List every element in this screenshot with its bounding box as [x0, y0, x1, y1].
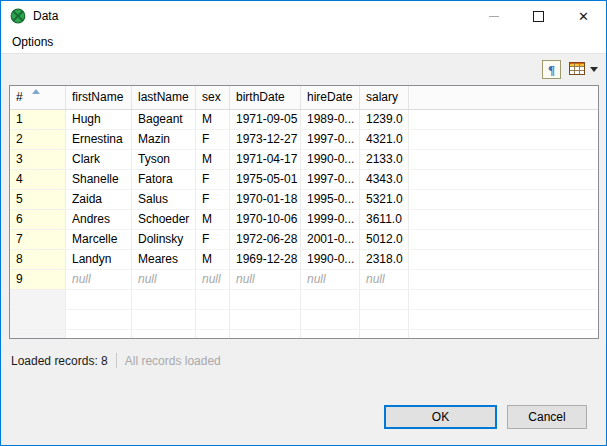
row-id-cell: 8: [10, 250, 66, 269]
table-row[interactable]: 3 Clark Tyson M 1971-04-17 1990-0... 213…: [10, 150, 598, 170]
table-cell: M: [196, 210, 230, 229]
column-header-birthdate[interactable]: birthDate: [230, 86, 301, 109]
table-grid-icon: [569, 62, 585, 78]
data-table: # firstName lastName sex birthDate hireD…: [9, 85, 599, 339]
column-header-lastname[interactable]: lastName: [132, 86, 196, 109]
table-cell: F: [196, 170, 230, 189]
table-cell: Zaida: [66, 190, 132, 209]
table-cell-filler: [409, 170, 598, 189]
column-header-hiredate[interactable]: hireDate: [301, 86, 360, 109]
empty-row: [10, 310, 598, 330]
table-cell-filler: [409, 270, 598, 289]
close-icon: ✕: [578, 10, 589, 23]
column-header-salary[interactable]: salary: [360, 86, 409, 109]
table-row-null[interactable]: 9 null null null null null null: [10, 270, 598, 290]
pilcrow-icon: ¶: [548, 62, 555, 77]
table-cell: 1990-0...: [301, 150, 360, 169]
row-format-button[interactable]: ¶: [542, 60, 561, 79]
table-cell: 1973-12-27: [230, 130, 301, 149]
empty-row: [10, 290, 598, 310]
table-cell: F: [196, 230, 230, 249]
minimize-icon: [489, 16, 499, 17]
column-header-rownum[interactable]: #: [10, 86, 66, 109]
table-cell: 1975-05-01: [230, 170, 301, 189]
table-cell: 1972-06-28: [230, 230, 301, 249]
table-row[interactable]: 2 Ernestina Mazin F 1973-12-27 1997-0...…: [10, 130, 598, 150]
maximize-icon: [533, 11, 544, 22]
table-cell: 1999-0...: [301, 210, 360, 229]
table-cell: Bageant: [132, 110, 196, 129]
column-header-firstname[interactable]: firstName: [66, 86, 132, 109]
table-cell: M: [196, 110, 230, 129]
window-title: Data: [33, 9, 58, 23]
table-cell: Dolinsky: [132, 230, 196, 249]
table-cell: 4343.0: [360, 170, 409, 189]
table-cell: 1971-09-05: [230, 110, 301, 129]
table-cell: 3611.0: [360, 210, 409, 229]
empty-row: [10, 330, 598, 339]
table-cell: 2001-0...: [301, 230, 360, 249]
table-row[interactable]: 6 Andres Schoeder M 1970-10-06 1999-0...…: [10, 210, 598, 230]
table-cell-filler: [409, 150, 598, 169]
table-row[interactable]: 7 Marcelle Dolinsky F 1972-06-28 2001-0.…: [10, 230, 598, 250]
table-cell: Landyn: [66, 250, 132, 269]
ok-button[interactable]: OK: [384, 405, 497, 429]
table-row[interactable]: 4 Shanelle Fatora F 1975-05-01 1997-0...…: [10, 170, 598, 190]
table-cell: Shanelle: [66, 170, 132, 189]
table-cell: F: [196, 190, 230, 209]
loaded-records-text: Loaded records: 8: [11, 354, 108, 368]
status-message: All records loaded: [125, 354, 221, 368]
cancel-button[interactable]: Cancel: [507, 405, 587, 429]
row-id-cell: 6: [10, 210, 66, 229]
table-cell: Andres: [66, 210, 132, 229]
menu-bar: Options: [1, 31, 606, 54]
table-row[interactable]: 8 Landyn Meares M 1969-12-28 1990-0... 2…: [10, 250, 598, 270]
table-cell: 4321.0: [360, 130, 409, 149]
table-cell: 1970-01-18: [230, 190, 301, 209]
status-bar: Loaded records: 8 All records loaded: [11, 353, 221, 368]
table-cell: 1990-0...: [301, 250, 360, 269]
table-cell-filler: [409, 190, 598, 209]
close-button[interactable]: ✕: [561, 1, 606, 31]
table-cell: null: [230, 270, 301, 289]
row-id-cell: 9: [10, 270, 66, 289]
toolbar: ¶: [1, 54, 606, 85]
table-cell: Fatora: [132, 170, 196, 189]
table-cell: 2133.0: [360, 150, 409, 169]
table-row[interactable]: 5 Zaida Salus F 1970-01-18 1995-0... 532…: [10, 190, 598, 210]
table-cell: 1239.0: [360, 110, 409, 129]
table-cell: 1970-10-06: [230, 210, 301, 229]
table-cell: 1971-04-17: [230, 150, 301, 169]
table-cell: 1997-0...: [301, 170, 360, 189]
table-cell-filler: [409, 230, 598, 249]
green-circle-x-icon[interactable]: [10, 8, 26, 24]
table-cell: Clark: [66, 150, 132, 169]
row-id-cell: 4: [10, 170, 66, 189]
table-cell: M: [196, 250, 230, 269]
table-cell: Schoeder: [132, 210, 196, 229]
table-cell: null: [132, 270, 196, 289]
table-cell: F: [196, 130, 230, 149]
table-cell: 1995-0...: [301, 190, 360, 209]
window-controls: ✕: [471, 1, 606, 31]
row-id-cell: 3: [10, 150, 66, 169]
row-id-cell: 7: [10, 230, 66, 249]
column-header-sex[interactable]: sex: [196, 86, 230, 109]
row-id-cell: 5: [10, 190, 66, 209]
row-id-cell: 2: [10, 130, 66, 149]
table-cell: Ernestina: [66, 130, 132, 149]
table-cell: 2318.0: [360, 250, 409, 269]
table-cell: Marcelle: [66, 230, 132, 249]
table-cell: null: [360, 270, 409, 289]
table-settings-button[interactable]: [569, 62, 598, 78]
table-cell: Tyson: [132, 150, 196, 169]
title-bar: Data ✕: [1, 1, 606, 31]
table-cell: Hugh: [66, 110, 132, 129]
table-cell-filler: [409, 130, 598, 149]
dialog-window: Data ✕ Options ¶: [0, 0, 607, 446]
minimize-button[interactable]: [471, 1, 516, 31]
table-cell: Meares: [132, 250, 196, 269]
maximize-button[interactable]: [516, 1, 561, 31]
menu-options[interactable]: Options: [10, 35, 55, 49]
table-row[interactable]: 1 Hugh Bageant M 1971-09-05 1989-0... 12…: [10, 110, 598, 130]
